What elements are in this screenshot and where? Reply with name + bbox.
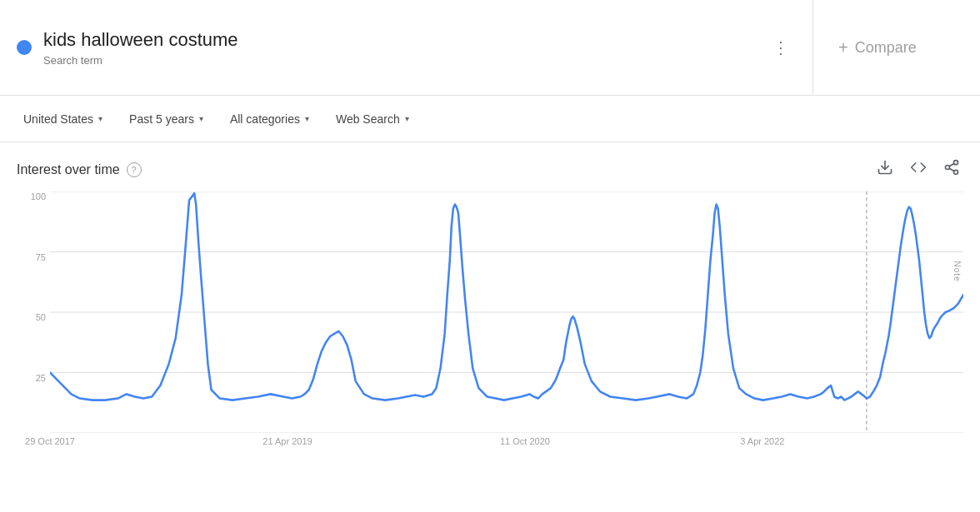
svg-line-4 [949,168,954,171]
y-label-50: 50 [8,312,46,322]
chart-drawing-area [50,191,963,433]
search-term-text-area: kids halloween costume Search term [43,28,754,67]
filter-time-range-label: Past 5 years [129,112,194,126]
filter-time-range[interactable]: Past 5 years ▾ [119,107,213,131]
svg-line-5 [949,163,954,166]
x-label-2017: 29 Oct 2017 [25,436,75,446]
filter-search-type-chevron: ▾ [405,114,409,123]
search-term-section: kids halloween costume Search term ⋮ [0,0,813,95]
chart-actions [873,156,963,183]
filter-location-label: United States [23,112,93,126]
chart-header: Interest over time ? [0,156,980,191]
filters-bar: United States ▾ Past 5 years ▾ All categ… [0,96,980,142]
y-label-75: 75 [8,252,46,262]
x-label-2022: 3 Apr 2022 [740,436,784,446]
download-button[interactable] [873,156,897,183]
filter-categories-chevron: ▾ [305,114,309,123]
embed-button[interactable] [907,156,930,183]
chart-svg [50,191,963,433]
chart-container: 100 75 50 25 Note [0,191,980,458]
compare-label: Compare [855,39,917,57]
chart-section: Interest over time ? [0,142,980,458]
filter-time-range-chevron: ▾ [199,114,203,123]
x-label-2020: 11 Oct 2020 [500,436,550,446]
filter-search-type[interactable]: Web Search ▾ [326,107,419,131]
help-icon[interactable]: ? [127,162,142,177]
x-axis: 29 Oct 2017 21 Apr 2019 11 Oct 2020 3 Ap… [50,433,963,458]
y-label-100: 100 [8,191,46,201]
filter-search-type-label: Web Search [336,112,400,126]
y-label-25: 25 [8,373,46,383]
chart-title-area: Interest over time ? [17,162,142,177]
compare-plus-icon: + [838,38,848,57]
filter-categories-label: All categories [230,112,300,126]
compare-section[interactable]: + Compare [813,0,980,95]
search-term-title: kids halloween costume [43,28,754,52]
filter-categories[interactable]: All categories ▾ [220,107,319,131]
x-label-2019: 21 Apr 2019 [262,436,312,446]
more-options-button[interactable]: ⋮ [766,32,796,62]
chart-title: Interest over time [17,162,120,177]
note-label: Note [952,261,962,281]
search-term-dot [17,40,32,55]
y-axis: 100 75 50 25 [8,191,46,433]
filter-location-chevron: ▾ [98,114,102,123]
search-term-subtitle: Search term [43,54,754,67]
share-button[interactable] [940,156,963,183]
filter-location[interactable]: United States ▾ [13,107,112,131]
